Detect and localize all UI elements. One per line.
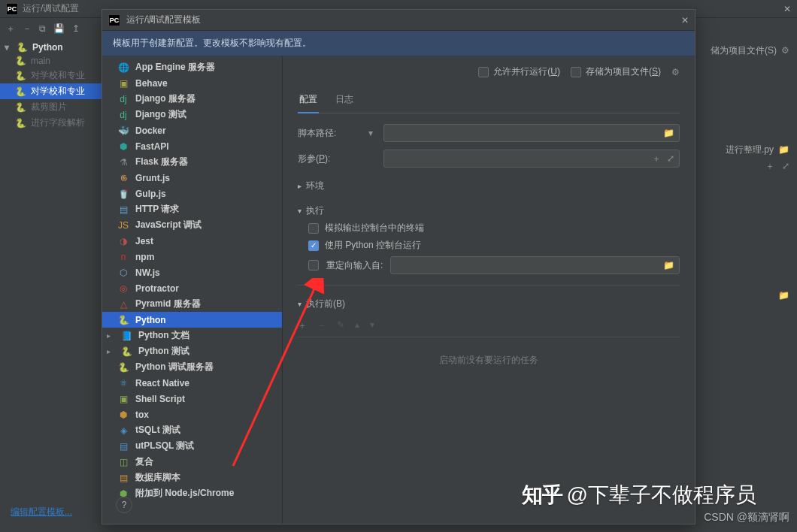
file-suffix: 进行整理.py (726, 144, 774, 156)
template-item--[interactable]: ◫复合 (102, 454, 282, 470)
modal-title: 运行/调试配置模板 (126, 14, 201, 26)
template-item-http-[interactable]: ▤HTTP 请求 (102, 201, 282, 217)
template-icon: dj (117, 93, 129, 105)
up-icon[interactable]: ↥ (72, 23, 80, 34)
folder-icon[interactable]: 📁 (663, 260, 674, 271)
template-item-python-[interactable]: 🐍Python 调试服务器 (102, 359, 282, 375)
chevron-down-icon: ▾ (298, 300, 302, 308)
template-item-flask-[interactable]: ⚗Flask 服务器 (102, 154, 282, 170)
template-label: Gulp.js (135, 189, 166, 199)
template-item-npm[interactable]: nnpm (102, 249, 282, 264)
tree-item-selected[interactable]: 🐍对学校和专业 (0, 83, 105, 99)
template-item-app-engine-[interactable]: 🌐App Engine 服务器 (102, 59, 282, 75)
params-input[interactable]: ＋ ⤢ (383, 150, 680, 168)
remove-icon[interactable]: － (23, 23, 32, 35)
template-label: Shell Script (135, 394, 185, 404)
template-label: FastAPI (135, 141, 169, 152)
template-item-tox[interactable]: ⬢tox (102, 407, 282, 422)
chevron-right-icon: ▸ (107, 347, 114, 355)
redirect-input[interactable]: 📁 (390, 256, 680, 274)
store-project-checkbox[interactable]: 存储为项目文件(S) (571, 65, 661, 78)
template-icon: 🐍 (120, 346, 132, 358)
copy-icon[interactable]: ⧉ (39, 23, 46, 34)
expand-icon[interactable]: ⤢ (782, 161, 789, 171)
parent-title: 运行/调试配置 (23, 2, 79, 15)
checkbox-icon (308, 223, 319, 234)
section-env[interactable]: ▸环境 (298, 180, 680, 192)
template-item-utplsql-[interactable]: ▤utPLSQL 测试 (102, 438, 282, 454)
template-item-django-[interactable]: djDjango 服务器 (102, 91, 282, 107)
chevron-right-icon: ▸ (298, 182, 302, 190)
template-item-protractor[interactable]: ◎Protractor (102, 280, 282, 296)
template-icon: ⚗ (117, 156, 129, 168)
template-item-python-[interactable]: ▸📘Python 文档 (102, 328, 282, 343)
folder-icon[interactable]: 📁 (663, 128, 674, 138)
template-item-gulp-js[interactable]: 🥤Gulp.js (102, 186, 282, 201)
tree-item[interactable]: 🐍对学校和专业 (0, 68, 105, 83)
section-execute[interactable]: ▾执行 (298, 204, 680, 217)
chevron-down-icon[interactable]: ▾ (365, 128, 376, 138)
python-console-checkbox[interactable]: ✓ 使用 Python 控制台运行 (308, 239, 680, 252)
template-label: npm (135, 252, 154, 262)
watermark-csdn: CSDN @额滴肾啊 (704, 511, 789, 524)
script-path-input[interactable]: 📁 (383, 124, 680, 142)
template-item--[interactable]: ▤数据库脚本 (102, 470, 282, 485)
gear-icon[interactable]: ⚙ (671, 67, 680, 77)
gear-icon[interactable]: ⚙ (781, 45, 789, 56)
tree-root[interactable]: ▾ 🐍 Python (0, 41, 105, 54)
template-item-python[interactable]: 🐍Python (102, 312, 282, 328)
template-item-nw-js[interactable]: ⬡NW.js (102, 264, 282, 280)
parent-close-icon[interactable]: ✕ (783, 4, 791, 14)
template-item-javascript-[interactable]: JSJavaScript 调试 (102, 217, 282, 233)
tab-config[interactable]: 配置 (298, 89, 319, 113)
plus-icon[interactable]: ＋ (652, 153, 661, 165)
parent-tree: ▾ 🐍 Python 🐍main 🐍对学校和专业 🐍对学校和专业 🐍裁剪图片 🐍… (0, 41, 105, 131)
expand-icon[interactable]: ⤢ (667, 153, 674, 164)
up-icon[interactable]: ▴ (355, 319, 359, 332)
tree-item[interactable]: 🐍裁剪图片 (0, 99, 105, 115)
section-before[interactable]: ▾执行前(B) (298, 298, 680, 310)
template-item-python-[interactable]: ▸🐍Python 测试 (102, 343, 282, 359)
add-icon[interactable]: ＋ (298, 319, 307, 332)
template-icon: 🐳 (117, 125, 129, 137)
tree-item[interactable]: 🐍进行字段解析 (0, 115, 105, 131)
template-item-shell-script[interactable]: ▣Shell Script (102, 391, 282, 407)
emulate-terminal-checkbox[interactable]: 模拟输出控制台中的终端 (308, 222, 680, 234)
template-label: Pyramid 服务器 (135, 298, 201, 310)
edit-icon[interactable]: ✎ (337, 319, 344, 332)
template-item-django-[interactable]: djDjango 测试 (102, 107, 282, 122)
template-label: NW.js (135, 268, 160, 278)
allow-parallel-checkbox[interactable]: 允许并行运行(U) (478, 65, 560, 78)
template-item-jest[interactable]: ◑Jest (102, 233, 282, 249)
modal-title-bar: PC 运行/调试配置模板 ✕ (102, 10, 695, 31)
template-icon: 🌐 (117, 62, 129, 74)
template-label: App Engine 服务器 (135, 61, 215, 74)
tree-item[interactable]: 🐍main (0, 54, 105, 68)
checkbox-icon[interactable] (308, 260, 319, 271)
template-item-fastapi[interactable]: ⬢FastAPI (102, 138, 282, 154)
template-label: 数据库脚本 (135, 471, 180, 484)
save-icon[interactable]: 💾 (53, 23, 65, 34)
template-item-behave[interactable]: ▣Behave (102, 75, 282, 91)
template-item-tsqlt-[interactable]: ◈tSQLt 测试 (102, 422, 282, 438)
template-item-react-native[interactable]: ⚛React Native (102, 375, 282, 391)
template-item-docker[interactable]: 🐳Docker (102, 122, 282, 138)
template-icon: JS (117, 219, 129, 231)
python-icon: 🐍 (17, 42, 28, 53)
add-icon[interactable]: ＋ (6, 23, 15, 35)
template-icon: ▣ (117, 393, 129, 405)
down-icon[interactable]: ▾ (370, 319, 374, 332)
tab-log[interactable]: 日志 (334, 89, 355, 113)
template-list[interactable]: 🌐App Engine 服务器▣BehavedjDjango 服务器djDjan… (102, 56, 283, 524)
template-item-pyramid-[interactable]: △Pyramid 服务器 (102, 296, 282, 312)
folder-icon[interactable]: 📁 (778, 144, 789, 155)
template-item-grunt-js[interactable]: 𝕲Grunt.js (102, 170, 282, 186)
folder-icon[interactable]: 📁 (778, 290, 789, 301)
plus-icon[interactable]: ＋ (765, 160, 774, 173)
remove-icon[interactable]: － (317, 319, 326, 332)
edit-template-link[interactable]: 编辑配置模板... (11, 506, 72, 518)
template-icon: 📘 (120, 330, 132, 342)
help-button[interactable]: ? (116, 497, 132, 513)
template-label: JavaScript 调试 (135, 219, 202, 231)
modal-close-icon[interactable]: ✕ (681, 15, 689, 26)
